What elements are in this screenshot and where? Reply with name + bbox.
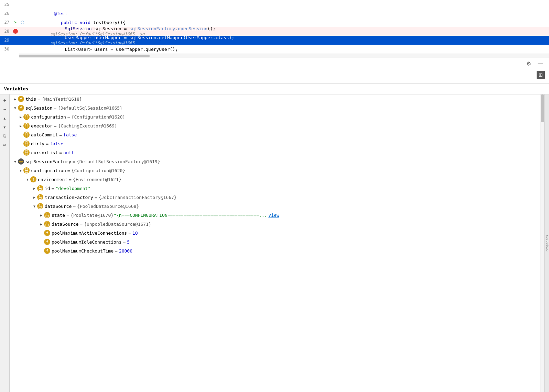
toggle-autocommit [18, 132, 23, 137]
variables-main: + − ▲ ▼ ⎘ ∞ f this = {MainTest@1618} [0, 94, 549, 392]
var-name-pool-max-active: poolMaximumActiveConnections [52, 231, 127, 236]
remove-watch-button[interactable]: − [1, 105, 9, 113]
toggle-datasource[interactable] [32, 203, 37, 209]
code-editor: 25 26 @Test 27 ➤ ⬡ public void testQuery… [0, 0, 549, 83]
toggle-state[interactable] [39, 212, 44, 218]
toggle-this[interactable] [12, 96, 18, 102]
var-name-transactionfactory: transactionFactory [45, 195, 93, 200]
tree-item-executor[interactable]: executor = {CachingExecutor@1669} [10, 121, 536, 130]
field-icon-transactionfactory [37, 194, 43, 200]
view-link-state[interactable]: View [268, 213, 279, 218]
tree-item-configuration[interactable]: configuration = {Configuration@1620} [10, 112, 536, 121]
var-eq-ssf-configuration: = [67, 168, 70, 173]
var-name-datasource2: dataSource [52, 222, 78, 227]
oo-icon-sqlsessionfactory: oo [18, 158, 24, 165]
copy-button[interactable]: ⎘ [1, 132, 9, 140]
var-eq-autocommit: = [59, 132, 62, 137]
tree-item-cursorlist[interactable]: cursorList = null [10, 148, 536, 157]
var-eq-environment: = [69, 177, 72, 182]
var-value-environment: {Environment@1621} [73, 177, 121, 182]
tree-item-datasource[interactable]: dataSource = {PooledDataSource@1668} [10, 202, 536, 211]
minimize-button[interactable]: — [536, 59, 545, 68]
var-value-this: {MainTest@1618} [42, 97, 82, 102]
variables-tree: f this = {MainTest@1618} f sqlSession = … [10, 94, 540, 392]
tree-item-state[interactable]: state = {PoolState@1670} "\n===CONFINGUR… [10, 211, 536, 220]
tree-item-transactionfactory[interactable]: transactionFactory = {JdbcTransactionFac… [10, 193, 536, 202]
field-icon-pool-max-idle: f [44, 239, 50, 245]
toggle-sqlsession[interactable] [12, 105, 18, 111]
right-scrollbar[interactable] [540, 94, 544, 392]
toggle-pool-max-active [39, 230, 44, 236]
gutter-arrow-27: ➤ [12, 20, 19, 25]
var-eq-datasource: = [73, 204, 76, 209]
settings-button[interactable]: ⚙ [524, 59, 533, 68]
inspect-button[interactable]: ∞ [1, 141, 9, 149]
layout-button[interactable]: ⊞ [537, 71, 545, 79]
breakpoint-icon-28 [13, 29, 18, 34]
field-icon-environment: f [30, 176, 36, 182]
toggle-cursorlist [18, 150, 23, 155]
tree-item-dirty[interactable]: dirty = false [10, 139, 536, 148]
var-value-configuration: {Configuration@1620} [72, 114, 126, 120]
editor-hscrollbar[interactable] [19, 54, 549, 58]
right-edge-panel: responses [544, 94, 549, 392]
var-eq-datasource2: = [80, 222, 83, 227]
field-icon-configuration [23, 114, 30, 120]
toggle-environment[interactable] [25, 177, 30, 182]
toggle-executor[interactable] [18, 123, 23, 128]
field-icon-state [44, 212, 50, 218]
toggle-datasource2[interactable] [39, 221, 44, 227]
var-value-cursorlist: null [63, 150, 74, 155]
tree-item-pool-max-active[interactable]: f poolMaximumActiveConnections = 10 [10, 228, 536, 237]
tree-item-pool-max-idle[interactable]: f poolMaximumIdleConnections = 5 [10, 237, 536, 246]
line-number-27: 27 [0, 20, 12, 25]
var-value-datasource: {PooledDataSource@1668} [77, 204, 139, 209]
debug-toolbar: ⚙ — [0, 58, 549, 69]
var-name-ssf-configuration: configuration [31, 168, 66, 173]
toggle-configuration[interactable] [18, 114, 23, 120]
current-line-arrow: ➤ [14, 20, 17, 25]
field-icon-datasource [37, 203, 43, 209]
var-name-configuration: configuration [31, 114, 66, 120]
field-icon-this: f [18, 96, 24, 102]
tree-item-sqlsession[interactable]: f sqlSession = {DefaultSqlSession@1665} [10, 103, 536, 112]
var-value-dirty: false [50, 141, 63, 146]
tree-item-this[interactable]: f this = {MainTest@1618} [10, 94, 536, 103]
tree-item-ssf-configuration[interactable]: configuration = {Configuration@1620} [10, 166, 536, 175]
var-name-datasource: dataSource [45, 204, 72, 209]
tree-item-environment[interactable]: f environment = {Environment@1621} [10, 175, 536, 184]
field-icon-cursorlist [23, 149, 30, 156]
var-name-autocommit: autoCommit [31, 132, 58, 137]
toggle-transactionfactory[interactable] [32, 194, 37, 200]
var-name-pool-max-idle: poolMaximumIdleConnections [52, 239, 122, 245]
var-value-sqlsessionfactory: {DefaultSqlSessionFactory@1619} [77, 159, 160, 164]
field-icon-pool-max-active: f [44, 230, 50, 236]
variables-header: Variables [0, 83, 549, 94]
tree-item-sqlsessionfactory[interactable]: oo sqlSessionFactory = {DefaultSqlSessio… [10, 157, 536, 166]
move-down-button[interactable]: ▼ [1, 123, 9, 131]
tree-item-autocommit[interactable]: autoCommit = false [10, 130, 536, 139]
tree-item-env-id[interactable]: id = "development" [10, 184, 536, 193]
var-name-pool-checkout: poolMaximumCheckoutTime [52, 248, 114, 254]
tree-item-pool-checkout[interactable]: f poolMaximumCheckoutTime = 20000 [10, 246, 536, 255]
var-eq-state: = [66, 213, 69, 218]
line-number-29: 29 [0, 38, 12, 43]
move-up-button[interactable]: ▲ [1, 114, 9, 122]
toggle-ssf-configuration[interactable] [18, 168, 23, 173]
toggle-env-id[interactable] [32, 186, 37, 191]
toggle-sqlsessionfactory[interactable] [12, 159, 18, 164]
gutter-breakpoint-28[interactable] [12, 29, 19, 34]
left-sidebar: + − ▲ ▼ ⎘ ∞ [0, 94, 10, 392]
right-scrollbar-thumb [541, 94, 544, 122]
right-edge-label: responses [545, 235, 549, 252]
var-eq-pool-checkout: = [115, 248, 118, 254]
field-icon-dirty [23, 141, 30, 147]
tree-item-datasource2[interactable]: dataSource = {UnpooledDataSource@1671} [10, 220, 536, 228]
var-name-executor: executor [31, 123, 53, 128]
var-name-cursorlist: cursorList [31, 150, 58, 155]
add-watch-button[interactable]: + [1, 97, 9, 104]
var-value-pool-max-idle: 5 [127, 239, 130, 245]
toggle-pool-max-idle [39, 239, 44, 245]
line-number-26: 26 [0, 11, 12, 16]
var-eq-configuration: = [67, 114, 70, 120]
